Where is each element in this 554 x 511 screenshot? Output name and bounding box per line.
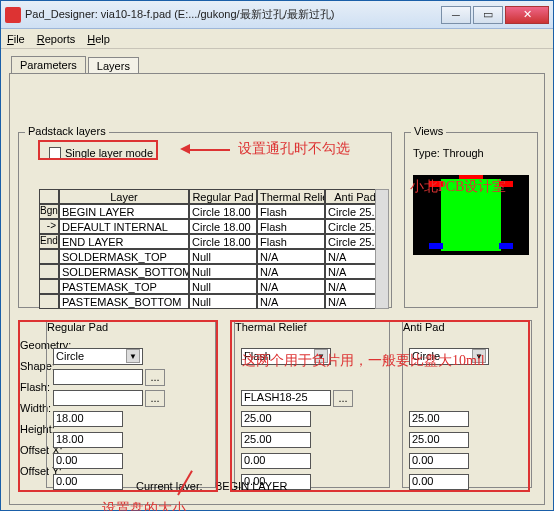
table-cell[interactable]: BEGIN LAYER (59, 204, 189, 219)
annotation-text-4: 设置盘的大小 (102, 500, 186, 511)
anti-offx-input[interactable]: 0.00 (409, 453, 469, 469)
views-type-label: Type: (413, 147, 440, 159)
views-legend: Views (411, 125, 446, 137)
close-button[interactable]: ✕ (505, 6, 549, 24)
chevron-down-icon: ▼ (314, 349, 328, 363)
tab-layers[interactable]: Layers (88, 57, 139, 74)
col-layer: Layer (59, 189, 189, 204)
views-group: Views Type: Through (404, 132, 538, 308)
tab-parameters[interactable]: Parameters (11, 56, 86, 73)
regular-height-input[interactable]: 18.00 (53, 432, 123, 448)
regular-flash-browse[interactable]: ... (145, 390, 165, 407)
thermal-flash-browse[interactable]: ... (333, 390, 353, 407)
tabbar: Parameters Layers (11, 53, 545, 73)
thermal-offx-input[interactable]: 0.00 (241, 453, 311, 469)
client-area: Parameters Layers Padstack layers Single… (1, 49, 553, 510)
thermal-width-input[interactable]: 25.00 (241, 411, 311, 427)
regular-flash-input[interactable] (53, 390, 143, 406)
padstack-group: Padstack layers Single layer mode Layer … (18, 132, 392, 308)
thermal-geometry-combo[interactable]: Flash▼ (241, 348, 331, 365)
regular-shape-input[interactable] (53, 369, 143, 385)
maximize-button[interactable]: ▭ (473, 6, 503, 24)
col-thermal: Thermal Relief (257, 189, 325, 204)
titlebar: Pad_Designer: via10-18-f.pad (E:.../guko… (1, 1, 553, 29)
menu-help[interactable]: Help (87, 33, 110, 45)
thermal-relief-group: Thermal Relief Flash▼ FLASH18-25... 25.0… (234, 320, 390, 488)
anti-geometry-combo[interactable]: Circle▼ (409, 348, 489, 365)
single-layer-mode-label: Single layer mode (65, 147, 153, 159)
anti-offy-input[interactable]: 0.00 (409, 474, 469, 490)
layer-table: Layer Regular Pad Thermal Relief Anti Pa… (39, 189, 389, 309)
chevron-down-icon: ▼ (126, 349, 140, 363)
regular-geometry-combo[interactable]: Circle▼ (53, 348, 143, 365)
regular-shape-browse[interactable]: ... (145, 369, 165, 386)
regular-offy-input[interactable]: 0.00 (53, 474, 123, 490)
chevron-down-icon: ▼ (472, 349, 486, 363)
col-regular: Regular Pad (189, 189, 257, 204)
menu-file[interactable]: File (7, 33, 25, 45)
current-layer: Current layer: BEGIN LAYER (136, 480, 287, 492)
pad-editors: Geometry: Shape: Flash: Width: Height: O… (18, 320, 538, 490)
padstack-legend: Padstack layers (25, 125, 109, 137)
anti-width-input[interactable]: 25.00 (409, 411, 469, 427)
table-scrollbar[interactable] (375, 189, 389, 309)
anti-pad-group: Anti Pad Circle▼ 25.00 25.00 0.00 0.00 (402, 320, 532, 488)
anti-height-input[interactable]: 25.00 (409, 432, 469, 448)
menubar: File Reports Help (1, 29, 553, 49)
thermal-height-input[interactable]: 25.00 (241, 432, 311, 448)
regular-offx-input[interactable]: 0.00 (53, 453, 123, 469)
tab-panel: Padstack layers Single layer mode Layer … (9, 73, 545, 505)
menu-reports[interactable]: Reports (37, 33, 76, 45)
app-window: Pad_Designer: via10-18-f.pad (E:.../guko… (0, 0, 554, 511)
minimize-button[interactable]: ─ (441, 6, 471, 24)
views-type-value: Through (443, 147, 484, 159)
window-title: Pad_Designer: via10-18-f.pad (E:.../guko… (25, 7, 441, 22)
regular-pad-group: Regular Pad Circle▼ ... ... 18.00 18.00 … (46, 320, 216, 488)
app-icon (5, 7, 21, 23)
views-canvas (413, 175, 529, 255)
regular-width-input[interactable]: 18.00 (53, 411, 123, 427)
thermal-flash-input[interactable]: FLASH18-25 (241, 390, 331, 406)
single-layer-mode-checkbox[interactable] (49, 147, 61, 159)
